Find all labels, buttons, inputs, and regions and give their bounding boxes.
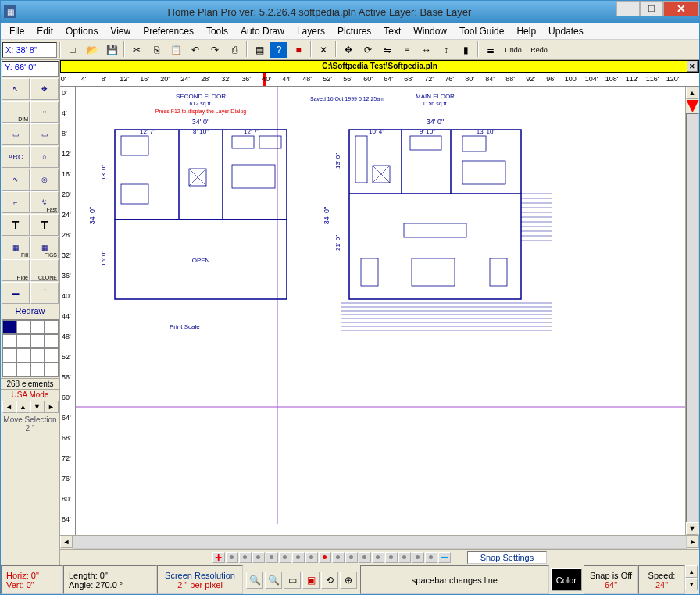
tool-pan[interactable]: ✥: [30, 78, 59, 100]
menu-auto-draw[interactable]: Auto Draw: [235, 24, 290, 38]
menu-file[interactable]: File: [4, 24, 30, 38]
speed-up-icon[interactable]: ▴: [685, 565, 698, 578]
snap-dot-1[interactable]: [239, 552, 252, 563]
snap-dot-0[interactable]: [226, 552, 238, 563]
undo-icon[interactable]: ↶: [186, 41, 205, 59]
tool-ellipse[interactable]: ◎: [30, 169, 59, 191]
tool-spline[interactable]: ∿: [2, 169, 30, 191]
bold-icon[interactable]: ▮: [456, 41, 475, 59]
snap-dot-4[interactable]: [279, 552, 291, 563]
tool-select-arrow[interactable]: ↖: [2, 78, 30, 100]
snap-dot-15[interactable]: [425, 552, 438, 563]
redo2-icon[interactable]: Redo: [527, 41, 552, 59]
tool-fast[interactable]: ↯Fast: [30, 191, 59, 213]
open-icon[interactable]: 📂: [83, 41, 102, 59]
scroll-up-icon[interactable]: ▲: [686, 87, 698, 99]
horizontal-scrollbar[interactable]: ◄ ►: [60, 535, 699, 549]
copy-icon[interactable]: ⎘: [147, 41, 166, 59]
snap-dot-5[interactable]: [292, 552, 305, 563]
snap-dot-9[interactable]: [345, 552, 358, 563]
color-palette[interactable]: [2, 319, 59, 377]
undo2-icon[interactable]: Undo: [501, 41, 526, 59]
move-icon[interactable]: ✥: [339, 41, 358, 59]
snap-dot-2[interactable]: [252, 552, 265, 563]
vertical-scrollbar[interactable]: ▲ ▼: [685, 87, 699, 535]
tool-figs[interactable]: ▦FIGS: [30, 237, 59, 258]
tool-line[interactable]: ─DIM: [2, 101, 30, 123]
snap-dot-8[interactable]: [332, 552, 345, 563]
x-icon[interactable]: ✕: [314, 41, 333, 59]
menu-view[interactable]: View: [105, 24, 136, 38]
tool-fill[interactable]: ▦Fill: [2, 237, 30, 258]
nudge-left[interactable]: ◄: [2, 401, 16, 413]
menu-preferences[interactable]: Preferences: [138, 24, 199, 38]
tool-circle[interactable]: ○: [30, 146, 59, 168]
snap-dot-12[interactable]: [385, 552, 398, 563]
tool-rect[interactable]: ▭: [30, 123, 59, 145]
menu-options[interactable]: Options: [60, 24, 103, 38]
menu-edit[interactable]: Edit: [31, 24, 59, 38]
menu-layers[interactable]: Layers: [291, 24, 330, 38]
snap-decrease[interactable]: −: [438, 552, 451, 563]
stop-icon[interactable]: ■: [289, 41, 308, 59]
scroll-left-icon[interactable]: ◄: [60, 536, 73, 548]
align-icon[interactable]: ≡: [398, 41, 416, 59]
rot-icon[interactable]: ⟳: [359, 41, 377, 59]
tool-hide[interactable]: Hide: [2, 259, 30, 281]
mirror-icon[interactable]: ⇋: [378, 41, 397, 59]
nudge-down[interactable]: ▼: [30, 401, 45, 413]
snap-dot-14[interactable]: [412, 552, 424, 563]
color-button[interactable]: Color: [551, 568, 582, 591]
doc-close-icon[interactable]: ✕: [687, 61, 698, 72]
new-icon[interactable]: □: [63, 41, 82, 59]
line-icon[interactable]: ≣: [481, 41, 500, 59]
menu-window[interactable]: Window: [408, 24, 452, 38]
redraw-button[interactable]: Redraw: [1, 305, 59, 319]
snap-increase[interactable]: +: [212, 552, 225, 563]
tool-text-bold[interactable]: T: [30, 214, 59, 236]
snap-settings-button[interactable]: Snap Settings: [467, 551, 548, 564]
snap-dot-13[interactable]: [398, 552, 411, 563]
menu-updates[interactable]: Updates: [543, 24, 589, 38]
maximize-button[interactable]: ☐: [640, 1, 663, 16]
snap-dot-11[interactable]: [372, 552, 384, 563]
scroll-down-icon[interactable]: ▼: [686, 522, 698, 535]
menu-tool-guide[interactable]: Tool Guide: [454, 24, 509, 38]
menu-text[interactable]: Text: [378, 24, 406, 38]
zoom-all-icon[interactable]: ⊕: [340, 572, 357, 589]
tool-clone[interactable]: CLONE: [30, 259, 59, 281]
close-button[interactable]: ✕: [663, 1, 699, 16]
tool-step[interactable]: ⌐: [2, 191, 30, 213]
tool-dim[interactable]: ↔: [30, 101, 59, 123]
menu-help[interactable]: Help: [511, 24, 541, 38]
nudge-right[interactable]: ►: [45, 401, 59, 413]
snap-dot-7[interactable]: [319, 552, 331, 563]
tool-arc[interactable]: ARC: [2, 146, 30, 168]
help-icon[interactable]: ?: [270, 41, 288, 59]
zoom-out-icon[interactable]: 🔍: [246, 572, 263, 589]
tool-curve[interactable]: ⌒: [30, 282, 59, 304]
speed-down-icon[interactable]: ▾: [685, 578, 698, 590]
drawing-canvas[interactable]: SECOND FLOOR 612 sq.ft. Press F12 to dis…: [76, 87, 685, 535]
layer-icon[interactable]: ▤: [250, 41, 269, 59]
nudge-up[interactable]: ▲: [16, 401, 30, 413]
print-icon[interactable]: ⎙: [225, 41, 244, 59]
snap-dot-10[interactable]: [359, 552, 371, 563]
redo-icon[interactable]: ↷: [205, 41, 224, 59]
v-icon[interactable]: ↕: [437, 41, 455, 59]
tool-text[interactable]: T: [2, 214, 30, 236]
minimize-button[interactable]: ─: [616, 1, 640, 16]
zoom-window-icon[interactable]: ▭: [284, 572, 301, 589]
tool-shape1[interactable]: ▬: [2, 282, 30, 304]
menu-tools[interactable]: Tools: [201, 24, 234, 38]
snap-dot-6[interactable]: [305, 552, 318, 563]
zoom-in-icon[interactable]: 🔍: [265, 572, 282, 589]
zoom-extents-icon[interactable]: ▣: [302, 572, 320, 589]
h-icon[interactable]: ↔: [417, 41, 436, 59]
zoom-prev-icon[interactable]: ⟲: [321, 572, 338, 589]
tool-rect-open[interactable]: ▭: [2, 123, 30, 145]
menu-pictures[interactable]: Pictures: [332, 24, 377, 38]
scroll-right-icon[interactable]: ►: [687, 536, 699, 548]
snap-dot-3[interactable]: [266, 552, 278, 563]
save-icon[interactable]: 💾: [102, 41, 121, 59]
